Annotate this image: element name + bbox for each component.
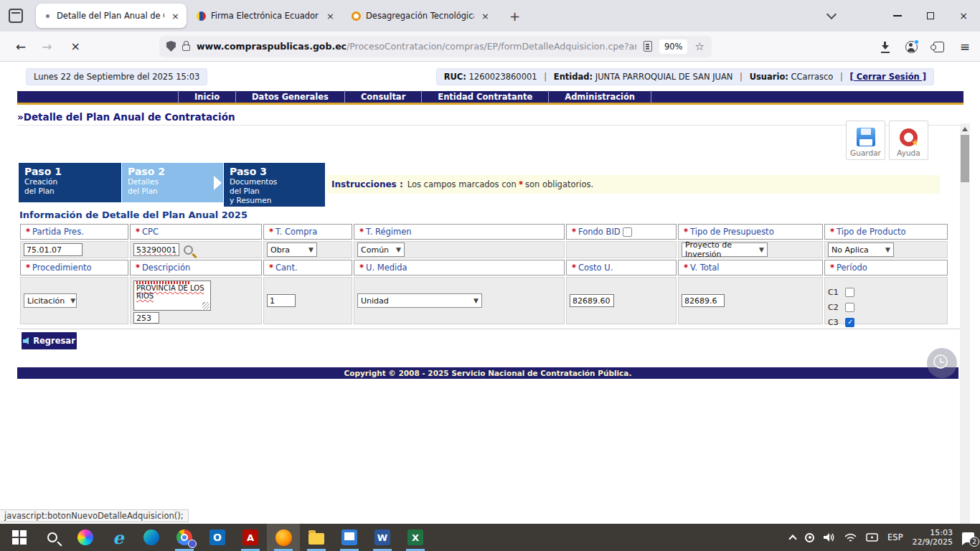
list-tabs-chevron-icon[interactable] xyxy=(826,9,837,19)
ruc-value: 1260023860001 xyxy=(469,72,537,82)
tipo-producto-select[interactable]: No Aplica▼ xyxy=(828,242,894,257)
taskbar-search-icon[interactable] xyxy=(36,524,69,551)
edge-icon[interactable] xyxy=(135,524,168,551)
tracking-shield-icon[interactable] xyxy=(166,41,176,52)
start-button[interactable] xyxy=(3,524,36,551)
tab-close-icon[interactable]: × xyxy=(170,11,181,22)
reader-mode-icon[interactable] xyxy=(644,41,652,52)
nav-inicio[interactable]: Inicio xyxy=(178,90,236,104)
extensions-icon[interactable] xyxy=(933,42,944,52)
url-text: www.compraspublicas.gob.ec/ProcesoContra… xyxy=(197,41,636,52)
account-icon[interactable] xyxy=(905,41,918,53)
step-title: Paso 1 xyxy=(24,166,121,177)
step-line: y Resumen xyxy=(230,196,325,205)
umedida-select[interactable]: Unidad▼ xyxy=(357,293,482,308)
costou-input[interactable] xyxy=(570,294,614,307)
header-costou: *Costo U. xyxy=(566,260,677,276)
downloads-icon[interactable] xyxy=(881,42,890,52)
resize-grip-icon[interactable] xyxy=(202,302,209,309)
usuario-value: CCarrasco xyxy=(791,72,834,82)
internet-explorer-icon[interactable]: e xyxy=(102,524,135,551)
display-icon[interactable] xyxy=(866,532,878,542)
tab-manager-icon[interactable] xyxy=(9,9,23,23)
tipo-presupuesto-select[interactable]: Proyecto de Inversión▼ xyxy=(682,242,768,257)
tab-detalle-plan[interactable]: Detalle del Plan Anual de Contra × xyxy=(36,4,187,28)
lock-icon[interactable] xyxy=(182,44,190,51)
cpc-input[interactable] xyxy=(133,243,179,256)
nav-administracion[interactable]: Administración xyxy=(549,90,651,104)
c3-checkbox[interactable] xyxy=(845,318,854,327)
firefox-icon[interactable] xyxy=(267,524,300,551)
file-explorer-icon[interactable] xyxy=(300,524,333,551)
tab-close-icon[interactable]: × xyxy=(325,11,336,22)
nav-consultar[interactable]: Consultar xyxy=(345,90,422,104)
regresar-button[interactable]: Regresar xyxy=(22,332,77,349)
menu-hamburger-icon[interactable]: ≡ xyxy=(960,39,970,54)
c2-checkbox[interactable] xyxy=(845,303,854,312)
cell-tregimen: Común▼ xyxy=(354,241,565,258)
tray-chevron-icon[interactable] xyxy=(788,534,796,542)
cell-costou xyxy=(566,277,677,324)
fondo-bid-checkbox[interactable] xyxy=(623,227,632,237)
scrollbar-thumb[interactable] xyxy=(961,135,969,182)
nav-datos-generales[interactable]: Datos Generales xyxy=(236,90,345,104)
help-lifering-icon xyxy=(900,128,918,146)
cell-cant xyxy=(263,277,352,324)
speaker-icon[interactable] xyxy=(824,532,835,542)
ayuda-button[interactable]: Ayuda xyxy=(889,121,928,160)
cant-input[interactable] xyxy=(267,294,296,307)
tab-title: Detalle del Plan Anual de Contra xyxy=(57,11,164,21)
back-button[interactable]: ← xyxy=(16,39,26,54)
procedimiento-select[interactable]: Licitación▼ xyxy=(24,293,77,308)
word-icon[interactable]: W xyxy=(366,524,399,551)
zoom-level[interactable]: 90% xyxy=(659,39,688,54)
close-window-button[interactable]: × xyxy=(947,0,980,32)
wifi-icon[interactable] xyxy=(844,533,857,542)
section-title: Información de Detalle del Plan Anual 20… xyxy=(19,209,248,220)
date-text: 22/9/2025 xyxy=(913,537,953,547)
user-session-info: RUC: 1260023860001 | Entidad: JUNTA PARR… xyxy=(436,68,934,85)
tregimen-select[interactable]: Común▼ xyxy=(357,242,405,257)
c1-checkbox[interactable] xyxy=(845,288,854,297)
office-app-icon[interactable] xyxy=(333,524,366,551)
excel-icon[interactable]: X xyxy=(399,524,432,551)
tab-desagregacion[interactable]: Desagregación Tecnológica: Cál × xyxy=(346,4,496,28)
notification-center-icon[interactable]: 2 xyxy=(962,532,974,542)
guardar-button[interactable]: Guardar xyxy=(846,121,885,160)
copilot-icon[interactable] xyxy=(69,524,102,551)
record-icon[interactable] xyxy=(805,533,814,542)
acrobat-icon[interactable]: A xyxy=(234,524,267,551)
forward-button[interactable]: → xyxy=(42,39,52,54)
clock[interactable]: 15:03 22/9/2025 xyxy=(913,528,953,547)
datetime-label: Lunes 22 de Septiembre del 2025 15:03 xyxy=(26,68,207,85)
new-tab-button[interactable]: + xyxy=(501,9,529,24)
chrome-icon[interactable] xyxy=(168,524,201,551)
outlook-icon[interactable]: O xyxy=(201,524,234,551)
tcompra-select[interactable]: Obra▼ xyxy=(267,242,317,257)
window-controls: × xyxy=(828,0,980,32)
tab-firma-electronica[interactable]: Firma Electrónica Ecuador - Firm × xyxy=(191,4,341,28)
address-bar[interactable]: www.compraspublicas.gob.ec/ProcesoContra… xyxy=(159,36,712,57)
bookmark-star-icon[interactable]: ☆ xyxy=(694,40,704,53)
floating-clock-widget-icon[interactable] xyxy=(927,348,957,378)
minimize-button[interactable] xyxy=(881,0,914,32)
ayuda-label: Ayuda xyxy=(897,149,920,157)
ruc-label: RUC: xyxy=(444,72,466,82)
periodo-c3: C3 xyxy=(828,315,854,329)
vtotal-input[interactable] xyxy=(682,294,725,307)
header-periodo: *Período xyxy=(824,260,948,276)
maximize-button[interactable] xyxy=(914,0,947,32)
cpc-search-icon[interactable] xyxy=(184,245,193,255)
descripcion-textarea[interactable]: PROVINCIA DE LOS RIOS xyxy=(133,281,211,311)
logout-link[interactable]: [ Cerrar Sesión ] xyxy=(850,72,927,82)
stop-button[interactable]: × xyxy=(71,39,80,53)
page-scrollbar[interactable] xyxy=(960,123,970,551)
periodo-c1: C1 xyxy=(828,285,854,299)
scroll-up-arrow-icon[interactable] xyxy=(962,127,968,131)
tab-close-icon[interactable]: × xyxy=(480,11,491,22)
step-line: del Plan xyxy=(230,187,325,196)
partida-input[interactable] xyxy=(24,243,83,256)
descripcion-code-input[interactable] xyxy=(133,312,159,324)
nav-entidad-contratante[interactable]: Entidad Contratante xyxy=(422,90,549,104)
language-indicator[interactable]: ESP xyxy=(887,532,903,542)
